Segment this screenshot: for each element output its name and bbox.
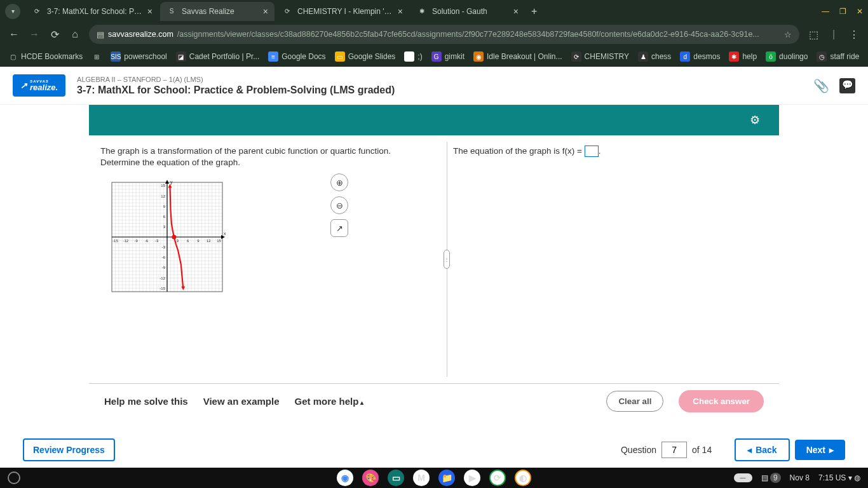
taskbar-apps: ◉ 🎨 ▭ M 📁 ▶ ⟳ ◐ — [337, 470, 531, 486]
browser-tab-0[interactable]: ⟳3-7: MathXL for School: Practic× — [25, 2, 159, 21]
graph-tools: ⊕ ⊖ ↗ — [330, 173, 348, 237]
close-icon[interactable]: × — [398, 6, 403, 17]
get-more-help-dropdown[interactable]: Get more help — [295, 396, 364, 407]
close-icon[interactable]: × — [147, 6, 153, 17]
realize-logo[interactable]: ↗ SAVVAS realize. — [13, 74, 65, 97]
play-app-icon[interactable]: ▶ — [464, 470, 480, 486]
extensions-icon[interactable]: ⬚ — [807, 28, 820, 41]
comment-icon[interactable]: 💬 — [839, 78, 855, 93]
svg-text:12: 12 — [161, 194, 165, 198]
content-area: ⚙ The graph is a transformation of the p… — [89, 105, 779, 419]
check-answer-button[interactable]: Check answer — [679, 390, 764, 412]
svg-text:-15: -15 — [112, 239, 118, 243]
app-icon-3[interactable]: ▭ — [388, 470, 404, 486]
problem-left-panel: The graph is a transformation of the par… — [89, 135, 442, 383]
graph[interactable]: -15-12-9-6-33691215-15-12-9-6-33691215yx — [100, 177, 227, 297]
back-button[interactable]: ← — [8, 28, 20, 41]
close-window-icon[interactable]: ✕ — [857, 7, 863, 16]
bookmark-item-9[interactable]: ⟳CHEMISTRY — [571, 51, 629, 62]
tab-favicon: ✱ — [417, 6, 427, 17]
drag-handle[interactable]: ⋮ — [444, 250, 450, 269]
svg-text:12: 12 — [207, 239, 211, 243]
svg-point-95 — [172, 235, 176, 240]
zoom-in-icon[interactable]: ⊕ — [330, 173, 348, 191]
problem-text: The graph is a transformation of the par… — [100, 146, 430, 168]
help-solve-link[interactable]: Help me solve this — [104, 396, 188, 407]
bookmark-item-1[interactable]: ⊞ — [92, 51, 102, 62]
svg-text:9: 9 — [197, 239, 200, 243]
bookmark-item-7[interactable]: Ggimkit — [431, 51, 465, 62]
svg-text:15: 15 — [161, 184, 165, 188]
bookmark-item-12[interactable]: ✱help — [729, 51, 757, 62]
review-progress-button[interactable]: Review Progress — [23, 438, 115, 461]
launcher-icon[interactable] — [8, 471, 20, 484]
close-icon[interactable]: × — [513, 6, 519, 17]
restore-icon[interactable]: ❐ — [839, 7, 846, 16]
help-bar: Help me solve this View an example Get m… — [89, 383, 779, 419]
svg-text:x: x — [224, 231, 226, 236]
bookmark-item-0[interactable]: ▢HCDE Bookmarks — [8, 51, 83, 62]
svg-text:-15: -15 — [159, 287, 165, 290]
bookmark-item-13[interactable]: öduolingo — [766, 51, 808, 62]
bookmark-item-5[interactable]: ▭Google Slides — [335, 51, 396, 62]
answer-input[interactable] — [585, 146, 599, 157]
zoom-out-icon[interactable]: ⊖ — [330, 196, 348, 214]
view-example-link[interactable]: View an example — [203, 396, 280, 407]
tab-title: Savvas Realize — [182, 7, 258, 16]
close-icon[interactable]: × — [263, 6, 268, 17]
bookmark-item-6[interactable]: G;) — [404, 51, 422, 62]
svg-text:-12: -12 — [159, 276, 165, 280]
url-bar[interactable]: ▤ savvasrealize.com/assignments/viewer/c… — [89, 25, 799, 44]
bookmark-item-11[interactable]: ddesmos — [680, 51, 720, 62]
chrome-app-icon[interactable]: ◉ — [337, 470, 353, 486]
bookmark-item-8[interactable]: ◉Idle Breakout | Onlin... — [473, 51, 562, 62]
tab-favicon: S — [166, 6, 177, 17]
bookmark-item-14[interactable]: ◷staff ride — [817, 51, 859, 62]
bookmark-bar: ▢HCDE Bookmarks⊞SISpowerschool◪Cadet Por… — [0, 46, 868, 67]
tab-title: 3-7: MathXL for School: Practic — [47, 7, 142, 16]
question-number-input[interactable] — [661, 442, 687, 458]
browser-menu-icon[interactable]: ⋮ — [848, 28, 860, 41]
clear-all-button[interactable]: Clear all — [606, 391, 663, 412]
popout-icon[interactable]: ↗ — [330, 219, 348, 237]
forward-button[interactable]: → — [28, 28, 41, 41]
footer-nav: Review Progress Question of 14 ◂ Back Ne… — [0, 432, 868, 468]
svg-text:y: y — [170, 180, 173, 185]
tab-title: CHEMISTRY I - Klempin '24-'25 — [297, 7, 393, 16]
bookmark-item-4[interactable]: ≡Google Docs — [268, 51, 325, 62]
tray-pill-icon[interactable]: — — [734, 473, 752, 482]
question-total: of 14 — [692, 445, 712, 455]
bookmark-item-3[interactable]: ◪Cadet Portfolio | Pr... — [176, 51, 260, 62]
files-app-icon[interactable]: 📁 — [438, 470, 455, 486]
browser-tab-2[interactable]: ⟳CHEMISTRY I - Klempin '24-'25× — [276, 2, 409, 21]
app-icon-2[interactable]: 🎨 — [362, 470, 379, 486]
back-question-button[interactable]: ◂ Back — [735, 438, 789, 461]
tray-time[interactable]: 7:15 US ▾ ◍ — [818, 473, 860, 482]
home-button[interactable]: ⌂ — [69, 28, 81, 41]
tab-search-dropdown[interactable]: ▾ — [5, 4, 20, 19]
os-taskbar: ◉ 🎨 ▭ M 📁 ▶ ⟳ ◐ — ▤ 9 Nov 8 7:15 US ▾ ◍ — [0, 468, 868, 488]
bookmark-item-10[interactable]: ♟chess — [638, 51, 671, 62]
tray-badge[interactable]: ▤ 9 — [761, 473, 781, 482]
browser-tab-1[interactable]: SSavvas Realize× — [160, 2, 275, 21]
problem-right-panel: The equation of the graph is f(x) = . — [442, 135, 779, 383]
attachment-icon[interactable]: 📎 — [813, 78, 829, 93]
reload-button[interactable]: ⟳ — [48, 28, 61, 41]
star-bookmark-icon[interactable]: ☆ — [784, 30, 792, 39]
svg-text:-3: -3 — [155, 239, 159, 243]
new-tab-button[interactable]: + — [531, 6, 537, 17]
course-line: ALGEBRA II – STANFORD – 1(A) (LMS) — [77, 76, 813, 83]
bookmark-item-2[interactable]: SISpowerschool — [111, 51, 166, 62]
browser-tab-3[interactable]: ✱Solution - Gauth× — [410, 2, 525, 21]
gmail-app-icon[interactable]: M — [413, 470, 430, 486]
site-info-icon[interactable]: ▤ — [97, 30, 104, 39]
svg-text:-6: -6 — [145, 239, 149, 243]
app-icon-7[interactable]: ⟳ — [489, 470, 506, 486]
gear-icon[interactable]: ⚙ — [750, 113, 760, 127]
svg-text:6: 6 — [187, 239, 189, 243]
tray-date[interactable]: Nov 8 — [790, 473, 810, 482]
next-question-button[interactable]: Next ▸ — [795, 440, 845, 460]
app-icon-8[interactable]: ◐ — [515, 470, 531, 486]
answer-prompt: The equation of the graph is f(x) = — [453, 146, 585, 156]
minimize-icon[interactable]: — — [822, 7, 829, 16]
